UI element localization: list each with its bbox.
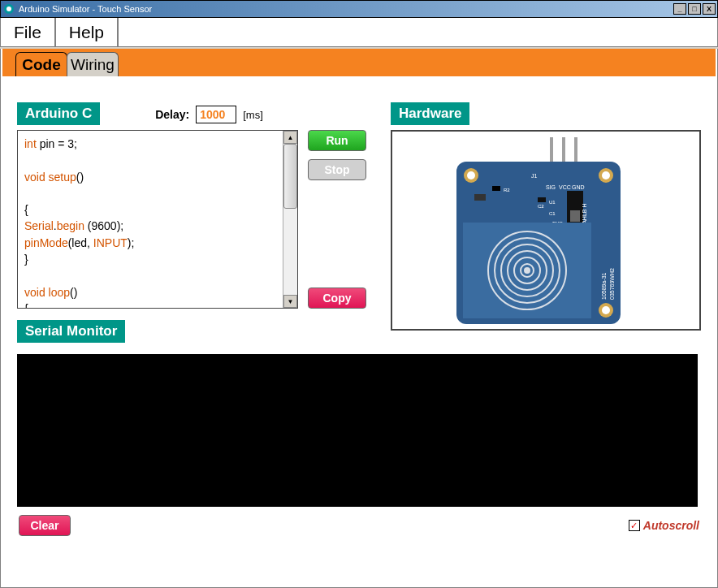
svg-point-1 [6,6,11,11]
svg-text:035769WH2: 035769WH2 [609,267,615,299]
hardware-view: SIG VCC GND J1 R2 C2 U1 C1 TMS L [391,130,701,331]
tab-wiring[interactable]: Wiring [67,52,119,76]
svg-text:GND: GND [572,184,585,190]
tab-code[interactable]: Code [15,52,67,76]
delay-unit: [ms] [243,109,263,121]
scroll-up-button[interactable]: ▲ [283,131,297,144]
title-bar: Arduino Simulator - Touch Sensor _ □ X [0,0,718,18]
svg-text:VCC: VCC [559,184,571,190]
scroll-track[interactable] [283,144,297,295]
code-editor[interactable]: int pin = 3; void setup() { Serial.begin… [18,131,283,308]
maximize-button[interactable]: □ [688,3,701,15]
svg-text:C1: C1 [549,211,556,216]
delay-input[interactable] [196,106,236,123]
autoscroll-label: Autoscroll [643,519,699,532]
svg-point-10 [602,171,610,179]
code-panel-title: Arduino C [17,102,100,125]
svg-text:R2: R2 [504,188,510,192]
tab-bar: Code Wiring [2,49,716,76]
delay-label: Delay: [155,108,189,121]
svg-point-14 [602,306,610,314]
serial-panel-title: Serial Monitor [17,320,125,343]
svg-rect-22 [538,197,546,202]
svg-point-8 [467,171,475,179]
copy-button[interactable]: Copy [308,288,366,309]
close-button[interactable]: X [703,3,716,15]
menu-bar: File Help [0,18,718,47]
touch-sensor-board-icon: SIG VCC GND J1 R2 C2 U1 C1 TMS L [440,137,651,324]
svg-rect-28 [570,210,580,222]
svg-text:J1: J1 [531,173,538,179]
app-icon [2,2,15,15]
menu-file[interactable]: File [1,18,56,46]
hardware-panel-title: Hardware [391,102,469,125]
window-title: Arduino Simulator - Touch Sensor [19,4,672,14]
svg-point-39 [524,267,530,274]
stop-button: Stop [308,159,366,180]
clear-button[interactable]: Clear [19,515,71,536]
svg-rect-21 [474,194,486,201]
scroll-thumb[interactable] [283,144,297,209]
scroll-down-button[interactable]: ▼ [283,295,297,308]
svg-text:10589a-31: 10589a-31 [601,272,607,300]
svg-text:C2: C2 [538,204,544,209]
autoscroll-checkbox[interactable]: ✓ [629,520,640,531]
code-scrollbar[interactable]: ▲ ▼ [283,131,297,308]
svg-rect-19 [492,186,500,191]
menu-help[interactable]: Help [56,18,119,46]
serial-monitor-output[interactable] [17,354,698,507]
svg-text:SIG: SIG [546,184,556,190]
svg-text:U1: U1 [549,200,556,205]
window-body: Code Wiring Arduino C Delay: [ms] int pi… [0,49,718,588]
minimize-button[interactable]: _ [673,3,686,15]
run-button[interactable]: Run [308,130,366,151]
